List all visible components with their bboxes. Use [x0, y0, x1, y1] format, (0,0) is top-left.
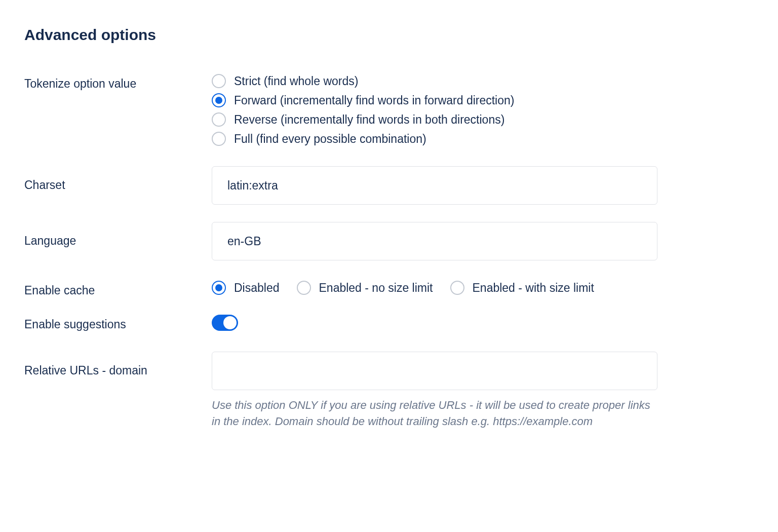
radio-label: Enabled - with size limit: [473, 281, 594, 295]
radio-icon: [450, 281, 464, 295]
cache-radio-group: Disabled Enabled - no size limit Enabled…: [212, 281, 657, 295]
tokenize-option-full[interactable]: Full (find every possible combination): [212, 132, 657, 146]
charset-label: Charset: [24, 166, 212, 192]
radio-label: Reverse (incrementally find words in bot…: [234, 113, 504, 127]
language-input[interactable]: [212, 222, 657, 260]
row-charset: Charset: [24, 166, 754, 205]
cache-option-disabled[interactable]: Disabled: [212, 281, 280, 295]
row-cache: Enable cache Disabled Enabled - no size …: [24, 281, 754, 297]
tokenize-option-strict[interactable]: Strict (find whole words): [212, 74, 657, 88]
row-relative-urls: Relative URLs - domain Use this option O…: [24, 352, 754, 430]
radio-label: Full (find every possible combination): [234, 132, 426, 146]
section-title: Advanced options: [24, 26, 754, 44]
row-language: Language: [24, 222, 754, 260]
cache-option-enabled-no-limit[interactable]: Enabled - no size limit: [297, 281, 433, 295]
suggestions-toggle[interactable]: [212, 315, 238, 331]
cache-option-enabled-with-limit[interactable]: Enabled - with size limit: [450, 281, 594, 295]
radio-icon: [212, 93, 226, 107]
cache-label: Enable cache: [24, 281, 212, 297]
radio-icon: [212, 281, 226, 295]
radio-icon: [297, 281, 311, 295]
relative-urls-input[interactable]: [212, 352, 657, 390]
radio-icon: [212, 132, 226, 146]
radio-icon: [212, 112, 226, 127]
charset-input[interactable]: [212, 166, 657, 205]
row-suggestions: Enable suggestions: [24, 315, 754, 331]
radio-label: Strict (find whole words): [234, 74, 358, 88]
tokenize-option-reverse[interactable]: Reverse (incrementally find words in bot…: [212, 112, 657, 127]
relative-urls-help: Use this option ONLY if you are using re…: [212, 397, 657, 430]
language-label: Language: [24, 222, 212, 248]
tokenize-label: Tokenize option value: [24, 74, 212, 91]
tokenize-option-forward[interactable]: Forward (incrementally find words in for…: [212, 93, 657, 107]
relative-urls-label: Relative URLs - domain: [24, 352, 212, 377]
radio-label: Forward (incrementally find words in for…: [234, 94, 514, 107]
radio-label: Disabled: [234, 281, 280, 295]
suggestions-label: Enable suggestions: [24, 315, 212, 331]
radio-icon: [212, 74, 226, 88]
row-tokenize: Tokenize option value Strict (find whole…: [24, 74, 754, 146]
tokenize-radio-group: Strict (find whole words) Forward (incre…: [212, 74, 657, 146]
radio-label: Enabled - no size limit: [319, 281, 433, 295]
